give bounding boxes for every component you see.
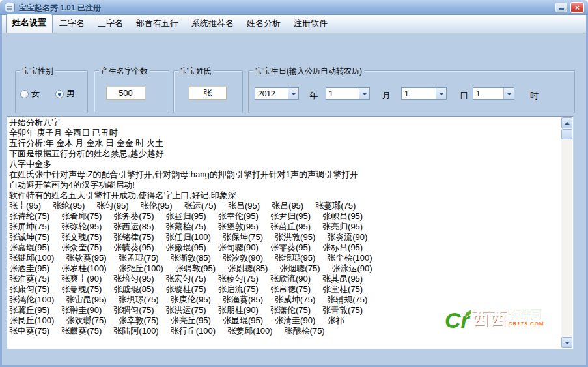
output-line: 八字中金多 bbox=[9, 159, 560, 169]
day-select[interactable]: 1 bbox=[401, 87, 447, 100]
month-select[interactable]: 1 bbox=[326, 87, 370, 100]
output-line: 张圭(95) 张纶(95) 张匀(95) 张伦(95) 张运(75) 张吕(95… bbox=[9, 201, 560, 211]
scroll-down-button[interactable] bbox=[561, 337, 572, 348]
gender-groupbox: 宝宝性别 女 男 bbox=[15, 70, 88, 113]
output-line: 下面是根据五行分析的姓名禁忌,越少越好 bbox=[9, 149, 560, 159]
birthday-legend: 宝宝生日(输入公历自动转农历) bbox=[253, 66, 364, 77]
chevron-down-icon[interactable] bbox=[503, 88, 514, 99]
output-line: 张诚坤(75) 张文瑰(75) 张铭律(75) 张任归(100) 张保坤(75)… bbox=[9, 232, 560, 242]
output-line: 张准葵(75) 张爽圭(90) 张培匀(95) 张宏匀(75) 张稜匀(75) … bbox=[9, 274, 560, 284]
app-window: 宝宝起名秀 1.01 已注册 × 姓名设置二字名三字名部首有五行系统推荐名姓名分… bbox=[0, 0, 588, 367]
window-title: 宝宝起名秀 1.01 已注册 bbox=[19, 3, 101, 14]
output-line: 自动避开笔画为4的汉字功能启动! bbox=[9, 180, 560, 190]
close-button[interactable]: × bbox=[570, 2, 584, 13]
gender-legend: 宝宝性别 bbox=[20, 66, 55, 77]
output-line: 张屏坤(75) 张弥轮(95) 张西运(85) 张藏桧(75) 张堡敦(95) … bbox=[9, 222, 560, 232]
year-unit-label: 年 bbox=[309, 90, 318, 102]
radio-icon bbox=[20, 90, 29, 98]
watermark-domain: CR173.COM bbox=[509, 321, 544, 327]
output-line: 开始分析八字 bbox=[9, 117, 560, 128]
tab-3[interactable]: 三字名 bbox=[91, 15, 130, 33]
radio-label: 女 bbox=[31, 88, 40, 100]
gender-radio-female[interactable]: 女 bbox=[20, 88, 40, 100]
arrow-up-icon bbox=[565, 119, 570, 125]
output-line: 张诗纶(75) 张肴邱(75) 张务葵(75) 张昼归(95) 张幸伦(95) … bbox=[9, 211, 560, 222]
arrow-down-icon bbox=[565, 342, 570, 347]
gender-radio-male[interactable]: 男 bbox=[55, 88, 75, 100]
vertical-scrollbar[interactable] bbox=[561, 117, 572, 348]
hour-select[interactable]: 1 bbox=[473, 87, 514, 100]
radio-icon bbox=[55, 90, 64, 98]
app-icon bbox=[5, 3, 15, 12]
tab-bar: 姓名设置二字名三字名部首有五行系统推荐名姓名分析注册软件 bbox=[2, 15, 586, 33]
output-line: 张嘉琨(95) 张众奎(75) 张毓葵(95) 张嫩琨(95) 张旬聰(90) … bbox=[9, 242, 560, 253]
output-line: 软件特有的姓名五大引擎打开成功,使得名字上口,好记,印象深 bbox=[9, 190, 560, 201]
chevron-down-icon[interactable] bbox=[359, 88, 369, 99]
watermark-name1: 西西 bbox=[472, 309, 507, 327]
watermark-name2: 软件园 bbox=[509, 309, 544, 321]
minimize-button[interactable] bbox=[555, 3, 567, 12]
chevron-down-icon[interactable] bbox=[288, 88, 298, 99]
watermark-logo: Cr 西西 软件园 CR173.COM bbox=[445, 309, 544, 331]
minimize-icon bbox=[559, 8, 564, 10]
tab-1[interactable]: 姓名设置 bbox=[6, 14, 53, 33]
month-unit-label: 月 bbox=[382, 90, 391, 102]
scroll-up-button[interactable] bbox=[561, 117, 572, 128]
surname-input[interactable]: 张 bbox=[189, 87, 227, 100]
output-line: 张鸿伦(100) 张宙昆(95) 张埧璟(75) 张庚伦(95) 张渔葵(85)… bbox=[9, 295, 560, 305]
tab-6[interactable]: 姓名分析 bbox=[240, 15, 287, 33]
output-line: 张键邱(100) 张钦葵(95) 张孟琨(75) 张渐敦(85) 张汐敦(90)… bbox=[9, 253, 560, 263]
output-line: 张康匀(75) 张曼瑰(75) 张戚琨(85) 张璇桂(75) 张启流(75) … bbox=[9, 284, 560, 295]
title-bar[interactable]: 宝宝起名秀 1.01 已注册 × bbox=[0, 0, 588, 15]
tab-5[interactable]: 系统推荐名 bbox=[185, 15, 240, 33]
output-line: 张洒圭(95) 张岁桂(100) 张尧丘(100) 张骋敦(95) 张尉聰(85… bbox=[9, 263, 560, 274]
chevron-down-icon[interactable] bbox=[436, 88, 446, 99]
output-line: 五行分析:年 金木 月 金水 日 金金 时 火土 bbox=[9, 138, 560, 149]
output-line: 在姓氏张中针对声母:Z的配合引擎打开,针对韵母:hang的押韵引擎打开针对1声的… bbox=[9, 169, 560, 180]
year-select[interactable]: 2012 bbox=[255, 87, 299, 100]
tab-7[interactable]: 注册软件 bbox=[287, 15, 334, 33]
count-legend: 产生名字个数 bbox=[99, 66, 150, 77]
output-line: 辛卯年 庚子月 辛酉日 已丑时 bbox=[9, 128, 560, 138]
tab-4[interactable]: 部首有五行 bbox=[130, 15, 185, 33]
day-unit-label: 日 bbox=[460, 90, 468, 102]
surname-legend: 宝宝姓氏 bbox=[178, 66, 214, 77]
tab-2[interactable]: 二字名 bbox=[53, 15, 91, 33]
hour-unit-label: 时 bbox=[530, 90, 539, 102]
count-input[interactable]: 500 bbox=[106, 87, 145, 100]
scrollbar-thumb[interactable] bbox=[561, 129, 572, 139]
radio-label: 男 bbox=[66, 88, 75, 100]
watermark-cr-icon: Cr bbox=[445, 309, 469, 331]
